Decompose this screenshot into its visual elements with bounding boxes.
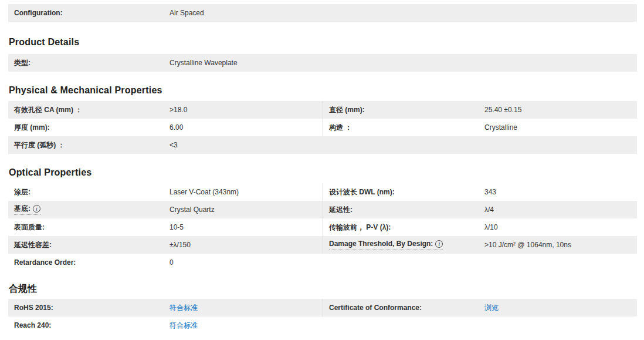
certificate-view-link[interactable]: 浏览 [484,304,499,312]
spec-value: 6.00 [170,123,323,132]
table-row: Reach 240: 符合标准 [8,317,637,334]
spec-label: 延迟性: [323,206,484,214]
spec-value: 25.40 ±0.15 [484,106,637,115]
table-row: 有效孔径 CA (mm) ： >18.0 直径 (mm): 25.40 ±0.1… [8,101,637,119]
info-icon[interactable]: i [33,205,40,213]
spec-value: λ/10 [484,223,637,232]
spec-pair: 直径 (mm): 25.40 ±0.15 [323,101,637,119]
reach-compliant-link[interactable]: 符合标准 [170,321,198,329]
spec-value: >18.0 [170,106,323,115]
compliance-table: RoHS 2015: 符合标准 Certificate of Conforman… [8,299,637,334]
product-details-table: 类型: Crystalline Waveplate [8,54,637,72]
spec-pair: 传输波前， P-V (λ): λ/10 [323,218,637,236]
table-row: Retardance Order: 0 [8,254,637,271]
spec-label: Certificate of Conformance: [323,304,484,312]
spec-label: 直径 (mm): [323,106,484,115]
spec-pair: 厚度 (mm): 6.00 [8,119,323,136]
spec-pair: Reach 240: 符合标准 [8,317,323,334]
spec-value: 10-5 [170,223,323,232]
product-spec-page: Configuration: Air Spaced Product Detail… [0,0,644,340]
section-heading-product-details: Product Details [9,36,637,48]
spec-label: 构造 ： [323,123,484,132]
spec-label: Reach 240: [8,321,170,330]
spec-pair: 基底: i Crystal Quartz [8,201,323,218]
spec-pair: 设计波长 DWL (nm): 343 [323,183,637,201]
table-row: 厚度 (mm): 6.00 构造 ： Crystalline [8,119,637,136]
physical-mechanical-table: 有效孔径 CA (mm) ： >18.0 直径 (mm): 25.40 ±0.1… [8,101,637,154]
spec-label: 延迟性容差: [8,241,170,250]
spec-label: Damage Threshold, By Design: [329,240,433,248]
spec-pair: Certificate of Conformance: 浏览 [323,299,637,317]
spec-value: ±λ/150 [170,241,323,250]
spec-value: λ/4 [484,206,637,214]
spec-value: Laser V-Coat (343nm) [170,188,323,197]
spec-value: <3 [170,141,323,150]
spec-pair: 涂层: Laser V-Coat (343nm) [8,183,323,201]
spec-pair-empty [323,254,637,271]
spec-label: 涂层: [8,188,170,197]
spec-label: 类型: [8,59,170,68]
spec-pair-empty [323,317,637,334]
spec-label-tooltip: Damage Threshold, By Design: i [323,240,484,250]
table-row: RoHS 2015: 符合标准 Certificate of Conforman… [8,299,637,317]
spec-value: Crystalline [484,123,637,132]
spec-pair: 有效孔径 CA (mm) ： >18.0 [8,101,323,119]
spec-pair: 延迟性容差: ±λ/150 [8,236,323,254]
substrate-tooltip-trigger[interactable]: 基底: i [14,204,40,215]
table-row: 基底: i Crystal Quartz 延迟性: λ/4 [8,201,637,218]
spec-pair: 平行度 (弧秒) ： <3 [8,136,323,154]
spec-pair-empty [323,54,637,72]
damage-threshold-tooltip-trigger[interactable]: Damage Threshold, By Design: i [329,240,443,250]
table-row: 涂层: Laser V-Coat (343nm) 设计波长 DWL (nm): … [8,183,637,201]
spec-label: 设计波长 DWL (nm): [323,188,484,197]
spec-label: Configuration: [8,9,170,18]
table-row: 平行度 (弧秒) ： <3 [8,136,637,154]
info-icon[interactable]: i [435,240,443,248]
spec-pair: 构造 ： Crystalline [323,119,637,136]
spec-label: 传输波前， P-V (λ): [323,223,484,232]
spec-label: 表面质量: [8,223,170,232]
spec-value: Air Spaced [170,9,323,18]
spec-value: 343 [484,188,637,197]
spec-pair: 表面质量: 10-5 [8,218,323,236]
spec-label: RoHS 2015: [8,304,170,312]
spec-pair: 延迟性: λ/4 [323,201,637,218]
spec-label: 基底: [14,204,30,213]
table-row: 类型: Crystalline Waveplate [8,54,637,72]
section-heading-physical-mechanical: Physical & Mechanical Properties [9,85,637,96]
section-heading-optical: Optical Properties [9,167,637,179]
spec-value: Crystal Quartz [170,206,323,214]
spec-label-tooltip: 基底: i [8,204,170,215]
spec-pair: RoHS 2015: 符合标准 [8,299,323,317]
spec-value: >10 J/cm² @ 1064nm, 10ns [484,241,637,250]
spec-pair-empty [323,136,637,154]
spec-pair-empty [323,4,637,22]
spec-value: 0 [170,258,323,267]
table-row: 表面质量: 10-5 传输波前， P-V (λ): λ/10 [8,218,637,236]
spec-pair: Damage Threshold, By Design: i >10 J/cm²… [323,236,637,254]
section-heading-compliance: 合规性 [9,283,637,295]
spec-label: 厚度 (mm): [8,123,170,132]
spec-label: Retardance Order: [8,258,170,267]
configuration-table: Configuration: Air Spaced [8,4,637,22]
spec-label: 平行度 (弧秒) ： [8,141,170,150]
spec-label: 有效孔径 CA (mm) ： [8,106,170,115]
spec-pair: Configuration: Air Spaced [8,4,323,22]
optical-table: 涂层: Laser V-Coat (343nm) 设计波长 DWL (nm): … [8,183,637,271]
table-row: 延迟性容差: ±λ/150 Damage Threshold, By Desig… [8,236,637,254]
rohs-compliant-link[interactable]: 符合标准 [170,304,198,312]
table-row: Configuration: Air Spaced [8,4,637,22]
spec-pair: 类型: Crystalline Waveplate [8,54,323,72]
spec-pair: Retardance Order: 0 [8,254,323,271]
spec-value: Crystalline Waveplate [170,59,323,68]
